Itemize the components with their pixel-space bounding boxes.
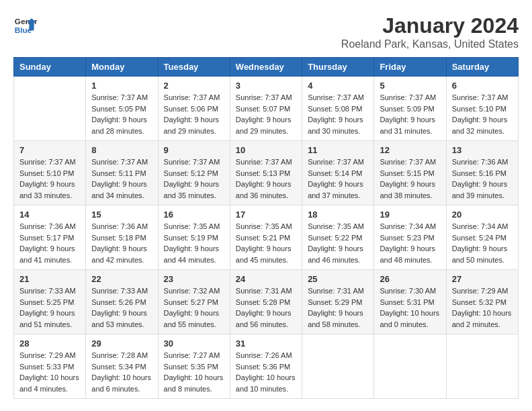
sunrise-text: Sunrise: 7:37 AM (308, 93, 364, 101)
day-cell: 14 Sunrise: 7:36 AM Sunset: 5:17 PM Dayl… (14, 205, 86, 270)
week-row-4: 21 Sunrise: 7:33 AM Sunset: 5:25 PM Dayl… (14, 270, 519, 334)
sunset-text: Sunset: 5:06 PM (164, 105, 218, 113)
day-number: 17 (236, 210, 296, 220)
week-row-3: 14 Sunrise: 7:36 AM Sunset: 5:17 PM Dayl… (14, 205, 519, 270)
day-info: Sunrise: 7:35 AM Sunset: 5:21 PM Dayligh… (236, 221, 296, 265)
sunrise-text: Sunrise: 7:37 AM (164, 93, 220, 101)
day-info: Sunrise: 7:37 AM Sunset: 5:07 PM Dayligh… (236, 92, 296, 136)
sunset-text: Sunset: 5:21 PM (236, 234, 290, 242)
day-cell: 7 Sunrise: 7:37 AM Sunset: 5:10 PM Dayli… (14, 141, 86, 205)
day-cell: 22 Sunrise: 7:33 AM Sunset: 5:26 PM Dayl… (86, 270, 158, 334)
header-cell-monday: Monday (86, 58, 158, 77)
day-cell: 5 Sunrise: 7:37 AM Sunset: 5:09 PM Dayli… (374, 77, 446, 141)
day-info: Sunrise: 7:36 AM Sunset: 5:16 PM Dayligh… (452, 156, 513, 201)
sunrise-text: Sunrise: 7:36 AM (91, 222, 148, 230)
sunrise-text: Sunrise: 7:34 AM (380, 222, 436, 230)
day-cell (14, 77, 86, 141)
header-cell-wednesday: Wednesday (230, 58, 302, 77)
day-number: 16 (164, 210, 224, 220)
day-number: 1 (91, 81, 152, 91)
sunset-text: Sunset: 5:27 PM (164, 298, 218, 306)
sunset-text: Sunset: 5:25 PM (19, 298, 74, 306)
sunset-text: Sunset: 5:08 PM (308, 105, 362, 113)
day-cell: 29 Sunrise: 7:28 AM Sunset: 5:34 PM Dayl… (86, 334, 158, 399)
day-cell: 8 Sunrise: 7:37 AM Sunset: 5:11 PM Dayli… (86, 141, 158, 205)
calendar-table: SundayMondayTuesdayWednesdayThursdayFrid… (13, 57, 519, 399)
day-number: 7 (19, 145, 80, 155)
day-info: Sunrise: 7:37 AM Sunset: 5:15 PM Dayligh… (380, 156, 440, 201)
header-row: SundayMondayTuesdayWednesdayThursdayFrid… (14, 58, 519, 77)
day-number: 31 (236, 338, 296, 349)
daylight-text: Daylight: 9 hours and 44 minutes. (164, 244, 220, 264)
sunrise-text: Sunrise: 7:31 AM (236, 287, 292, 295)
day-number: 8 (91, 145, 152, 155)
day-number: 18 (308, 210, 368, 220)
title-block: January 2024 Roeland Park, Kansas, Unite… (341, 13, 519, 50)
day-cell: 15 Sunrise: 7:36 AM Sunset: 5:18 PM Dayl… (86, 205, 158, 270)
daylight-text: Daylight: 9 hours and 53 minutes. (91, 309, 147, 328)
sunset-text: Sunset: 5:18 PM (91, 234, 146, 242)
day-number: 12 (380, 145, 440, 155)
day-number: 5 (380, 81, 440, 91)
day-number: 6 (452, 81, 513, 91)
sunset-text: Sunset: 5:12 PM (164, 169, 218, 177)
day-info: Sunrise: 7:37 AM Sunset: 5:09 PM Dayligh… (380, 92, 440, 136)
day-cell: 2 Sunrise: 7:37 AM Sunset: 5:06 PM Dayli… (158, 77, 230, 141)
day-cell: 6 Sunrise: 7:37 AM Sunset: 5:10 PM Dayli… (446, 77, 518, 141)
daylight-text: Daylight: 10 hours and 4 minutes. (19, 373, 79, 393)
daylight-text: Daylight: 9 hours and 48 minutes. (380, 244, 435, 264)
day-number: 21 (19, 274, 80, 284)
sunrise-text: Sunrise: 7:37 AM (380, 93, 436, 101)
day-info: Sunrise: 7:37 AM Sunset: 5:11 PM Dayligh… (91, 156, 152, 201)
daylight-text: Daylight: 9 hours and 35 minutes. (164, 180, 220, 199)
sunset-text: Sunset: 5:36 PM (236, 363, 290, 371)
sunset-text: Sunset: 5:34 PM (91, 363, 146, 371)
daylight-text: Daylight: 9 hours and 32 minutes. (452, 116, 508, 135)
day-info: Sunrise: 7:33 AM Sunset: 5:25 PM Dayligh… (19, 285, 80, 330)
daylight-text: Daylight: 9 hours and 36 minutes. (236, 180, 292, 199)
daylight-text: Daylight: 9 hours and 46 minutes. (308, 244, 363, 264)
day-info: Sunrise: 7:36 AM Sunset: 5:17 PM Dayligh… (19, 221, 80, 265)
day-info: Sunrise: 7:37 AM Sunset: 5:08 PM Dayligh… (308, 92, 368, 136)
sunrise-text: Sunrise: 7:37 AM (236, 158, 292, 166)
day-number: 28 (19, 338, 80, 349)
day-info: Sunrise: 7:37 AM Sunset: 5:10 PM Dayligh… (19, 156, 80, 201)
daylight-text: Daylight: 9 hours and 28 minutes. (91, 116, 147, 135)
daylight-text: Daylight: 9 hours and 51 minutes. (19, 309, 75, 328)
sunrise-text: Sunrise: 7:29 AM (452, 287, 508, 295)
daylight-text: Daylight: 9 hours and 38 minutes. (380, 180, 435, 199)
header-cell-sunday: Sunday (14, 58, 86, 77)
day-info: Sunrise: 7:35 AM Sunset: 5:19 PM Dayligh… (164, 221, 224, 265)
day-info: Sunrise: 7:36 AM Sunset: 5:18 PM Dayligh… (91, 221, 152, 265)
sunrise-text: Sunrise: 7:33 AM (19, 287, 76, 295)
sunset-text: Sunset: 5:10 PM (19, 169, 74, 177)
header-cell-thursday: Thursday (302, 58, 374, 77)
week-row-1: 1 Sunrise: 7:37 AM Sunset: 5:05 PM Dayli… (14, 77, 519, 141)
day-cell: 17 Sunrise: 7:35 AM Sunset: 5:21 PM Dayl… (230, 205, 302, 270)
day-info: Sunrise: 7:32 AM Sunset: 5:27 PM Dayligh… (164, 285, 224, 330)
sunrise-text: Sunrise: 7:29 AM (19, 351, 76, 359)
daylight-text: Daylight: 9 hours and 45 minutes. (236, 244, 292, 264)
day-number: 29 (91, 338, 152, 349)
sunset-text: Sunset: 5:14 PM (308, 169, 362, 177)
daylight-text: Daylight: 9 hours and 29 minutes. (236, 116, 292, 135)
day-info: Sunrise: 7:37 AM Sunset: 5:10 PM Dayligh… (452, 92, 513, 136)
sunset-text: Sunset: 5:07 PM (236, 105, 290, 113)
subtitle: Roeland Park, Kansas, United States (341, 38, 519, 50)
day-info: Sunrise: 7:31 AM Sunset: 5:29 PM Dayligh… (308, 285, 368, 330)
day-info: Sunrise: 7:37 AM Sunset: 5:13 PM Dayligh… (236, 156, 296, 201)
day-number: 11 (308, 145, 368, 155)
day-number: 15 (91, 210, 152, 220)
day-info: Sunrise: 7:34 AM Sunset: 5:24 PM Dayligh… (452, 221, 513, 265)
day-number: 20 (452, 210, 513, 220)
day-number: 9 (164, 145, 224, 155)
daylight-text: Daylight: 9 hours and 34 minutes. (91, 180, 147, 199)
sunset-text: Sunset: 5:29 PM (308, 298, 362, 306)
day-info: Sunrise: 7:29 AM Sunset: 5:33 PM Dayligh… (19, 350, 80, 394)
day-cell: 4 Sunrise: 7:37 AM Sunset: 5:08 PM Dayli… (302, 77, 374, 141)
day-cell (446, 334, 518, 399)
sunset-text: Sunset: 5:26 PM (91, 298, 146, 306)
sunrise-text: Sunrise: 7:36 AM (452, 158, 508, 166)
day-cell: 9 Sunrise: 7:37 AM Sunset: 5:12 PM Dayli… (158, 141, 230, 205)
sunrise-text: Sunrise: 7:32 AM (164, 287, 220, 295)
